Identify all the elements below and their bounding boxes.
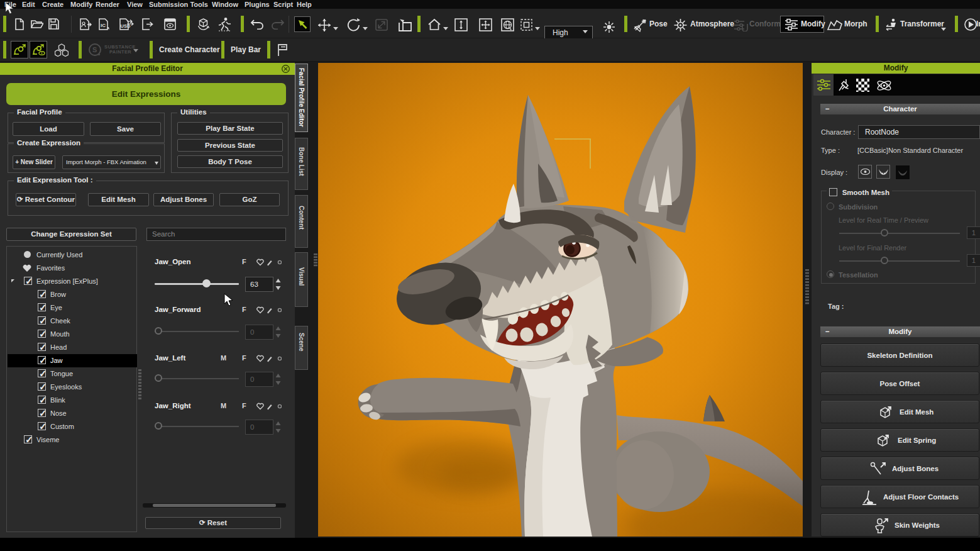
svg-text:IC: IC: [101, 23, 106, 28]
svg-text:S: S: [92, 46, 97, 53]
